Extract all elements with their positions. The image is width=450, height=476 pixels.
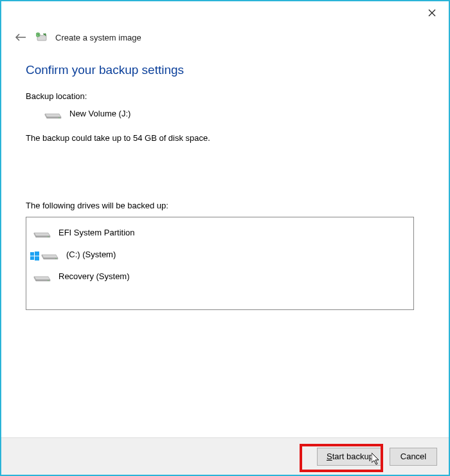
svg-point-24 (48, 280, 49, 281)
footer: Start backup Cancel (1, 437, 449, 475)
drive-row: EFI System Partition (26, 221, 413, 243)
svg-marker-5 (45, 114, 61, 117)
svg-rect-15 (30, 257, 34, 261)
header: Create a system image (1, 24, 449, 45)
svg-rect-16 (35, 257, 39, 261)
backup-location-label: Backup location: (26, 91, 424, 101)
drive-name: Recovery (System) (59, 271, 130, 281)
windows-badge-icon (30, 252, 39, 261)
space-info: The backup could take up to 54 GB of dis… (26, 133, 424, 143)
back-arrow-icon (15, 33, 26, 42)
svg-point-8 (59, 117, 60, 118)
svg-point-12 (48, 236, 49, 237)
header-title: Create a system image (55, 33, 141, 42)
drive-row: (C:) (System) (26, 243, 413, 265)
svg-rect-13 (30, 252, 34, 256)
close-button[interactable] (419, 4, 445, 22)
drive-name: (C:) (System) (66, 250, 116, 259)
back-button[interactable] (13, 30, 28, 45)
disk-icon (33, 226, 51, 238)
svg-marker-9 (34, 233, 50, 236)
svg-marker-21 (34, 277, 50, 280)
dialog-window: Create a system image Confirm your backu… (0, 0, 450, 476)
drive-row: Recovery (System) (26, 265, 413, 287)
system-image-icon (36, 32, 48, 43)
svg-rect-14 (35, 252, 39, 256)
disk-icon (40, 248, 59, 260)
drive-name: EFI System Partition (59, 228, 134, 237)
page-title: Confirm your backup settings (26, 63, 424, 77)
close-icon (428, 9, 436, 17)
titlebar (1, 1, 449, 24)
drives-list: EFI System Partition (C (26, 217, 414, 310)
svg-marker-17 (42, 255, 58, 258)
backup-location-value: New Volume (J:) (69, 109, 130, 118)
start-backup-button[interactable]: Start backup (317, 448, 383, 466)
content-area: Confirm your backup settings Backup loca… (1, 45, 449, 316)
svg-point-20 (55, 258, 57, 259)
disk-icon (44, 107, 62, 119)
disk-icon (33, 270, 51, 282)
backup-location-row: New Volume (J:) (26, 107, 424, 119)
start-backup-label: tart backup (332, 452, 374, 461)
cancel-button[interactable]: Cancel (390, 448, 437, 466)
drives-list-label: The following drives will be backed up: (26, 201, 424, 210)
